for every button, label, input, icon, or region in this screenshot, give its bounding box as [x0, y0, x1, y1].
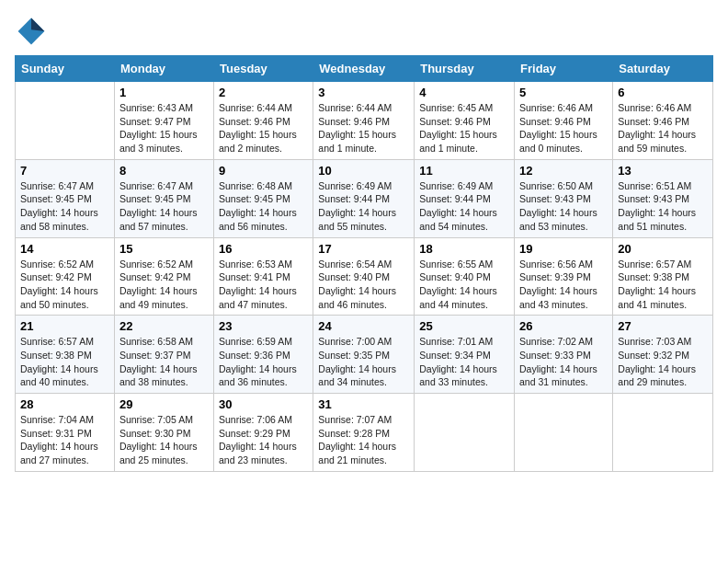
header-monday: Monday [114, 56, 213, 82]
day-number: 31 [318, 397, 409, 411]
day-number: 27 [618, 319, 708, 333]
cell-content: Sunrise: 7:04 AMSunset: 9:31 PMDaylight:… [20, 413, 109, 467]
header-wednesday: Wednesday [313, 56, 415, 82]
cell-content: Sunrise: 7:00 AMSunset: 9:35 PMDaylight:… [318, 335, 409, 389]
day-number: 30 [219, 397, 308, 411]
day-number: 28 [20, 397, 109, 411]
calendar-cell [415, 394, 515, 472]
calendar-cell: 26Sunrise: 7:02 AMSunset: 9:33 PMDayligh… [515, 316, 613, 394]
day-number: 18 [419, 242, 509, 256]
cell-content: Sunrise: 6:58 AMSunset: 9:37 PMDaylight:… [119, 335, 209, 389]
calendar-cell: 10Sunrise: 6:49 AMSunset: 9:44 PMDayligh… [313, 159, 415, 237]
calendar-week-2: 7Sunrise: 6:47 AMSunset: 9:45 PMDaylight… [16, 159, 713, 237]
calendar-cell: 15Sunrise: 6:52 AMSunset: 9:42 PMDayligh… [114, 237, 213, 316]
cell-content: Sunrise: 7:05 AMSunset: 9:30 PMDaylight:… [119, 413, 209, 467]
header-saturday: Saturday [613, 56, 713, 82]
cell-content: Sunrise: 6:54 AMSunset: 9:40 PMDaylight:… [318, 258, 409, 312]
calendar-week-3: 14Sunrise: 6:52 AMSunset: 9:42 PMDayligh… [16, 237, 713, 316]
calendar-cell: 3Sunrise: 6:44 AMSunset: 9:46 PMDaylight… [313, 82, 415, 160]
cell-content: Sunrise: 6:43 AMSunset: 9:47 PMDaylight:… [119, 101, 209, 155]
day-number: 14 [20, 242, 109, 256]
header-thursday: Thursday [415, 56, 515, 82]
calendar-cell: 31Sunrise: 7:07 AMSunset: 9:28 PMDayligh… [313, 394, 415, 472]
cell-content: Sunrise: 6:59 AMSunset: 9:36 PMDaylight:… [219, 335, 308, 389]
day-number: 23 [219, 319, 308, 333]
calendar-cell: 8Sunrise: 6:47 AMSunset: 9:45 PMDaylight… [114, 159, 213, 237]
day-number: 3 [318, 86, 409, 99]
cell-content: Sunrise: 6:47 AMSunset: 9:45 PMDaylight:… [20, 179, 109, 234]
calendar-cell: 4Sunrise: 6:45 AMSunset: 9:46 PMDaylight… [415, 82, 515, 160]
calendar-cell: 30Sunrise: 7:06 AMSunset: 9:29 PMDayligh… [214, 394, 313, 472]
header-tuesday: Tuesday [214, 56, 313, 82]
cell-content: Sunrise: 6:52 AMSunset: 9:42 PMDaylight:… [20, 258, 109, 312]
calendar-cell: 20Sunrise: 6:57 AMSunset: 9:38 PMDayligh… [613, 237, 713, 316]
calendar-cell: 22Sunrise: 6:58 AMSunset: 9:37 PMDayligh… [114, 316, 213, 394]
calendar-cell: 24Sunrise: 7:00 AMSunset: 9:35 PMDayligh… [313, 316, 415, 394]
day-number: 21 [20, 319, 109, 333]
cell-content: Sunrise: 6:51 AMSunset: 9:43 PMDaylight:… [618, 179, 708, 234]
calendar-cell: 16Sunrise: 6:53 AMSunset: 9:41 PMDayligh… [214, 237, 313, 316]
header-friday: Friday [515, 56, 613, 82]
calendar-cell: 5Sunrise: 6:46 AMSunset: 9:46 PMDaylight… [515, 82, 613, 160]
calendar-table: SundayMondayTuesdayWednesdayThursdayFrid… [15, 55, 713, 472]
day-number: 22 [119, 319, 209, 333]
day-number: 26 [519, 319, 608, 333]
calendar-cell: 29Sunrise: 7:05 AMSunset: 9:30 PMDayligh… [114, 394, 213, 472]
calendar-cell: 2Sunrise: 6:44 AMSunset: 9:46 PMDaylight… [214, 82, 313, 160]
calendar-cell: 23Sunrise: 6:59 AMSunset: 9:36 PMDayligh… [214, 316, 313, 394]
calendar-cell [16, 82, 115, 160]
day-number: 6 [618, 86, 708, 99]
logo [15, 15, 51, 48]
calendar-cell: 1Sunrise: 6:43 AMSunset: 9:47 PMDaylight… [114, 82, 213, 160]
calendar-cell: 9Sunrise: 6:48 AMSunset: 9:45 PMDaylight… [214, 159, 313, 237]
cell-content: Sunrise: 6:49 AMSunset: 9:44 PMDaylight:… [318, 179, 409, 234]
cell-content: Sunrise: 6:46 AMSunset: 9:46 PMDaylight:… [519, 101, 608, 155]
cell-content: Sunrise: 7:02 AMSunset: 9:33 PMDaylight:… [519, 335, 608, 389]
cell-content: Sunrise: 6:45 AMSunset: 9:46 PMDaylight:… [419, 101, 509, 155]
day-number: 25 [419, 319, 509, 333]
page-header [15, 15, 713, 48]
cell-content: Sunrise: 6:57 AMSunset: 9:38 PMDaylight:… [20, 335, 109, 389]
calendar-cell: 11Sunrise: 6:49 AMSunset: 9:44 PMDayligh… [415, 159, 515, 237]
day-number: 11 [419, 164, 509, 178]
calendar-week-5: 28Sunrise: 7:04 AMSunset: 9:31 PMDayligh… [16, 394, 713, 472]
calendar-cell: 25Sunrise: 7:01 AMSunset: 9:34 PMDayligh… [415, 316, 515, 394]
day-number: 10 [318, 164, 409, 178]
day-number: 12 [519, 164, 608, 178]
cell-content: Sunrise: 7:07 AMSunset: 9:28 PMDaylight:… [318, 413, 409, 467]
day-number: 1 [119, 86, 209, 99]
calendar-cell [515, 394, 613, 472]
day-number: 13 [618, 164, 708, 178]
cell-content: Sunrise: 6:56 AMSunset: 9:39 PMDaylight:… [519, 258, 608, 312]
cell-content: Sunrise: 6:52 AMSunset: 9:42 PMDaylight:… [119, 258, 209, 312]
cell-content: Sunrise: 6:44 AMSunset: 9:46 PMDaylight:… [318, 101, 409, 155]
cell-content: Sunrise: 7:03 AMSunset: 9:32 PMDaylight:… [618, 335, 708, 389]
calendar-cell: 13Sunrise: 6:51 AMSunset: 9:43 PMDayligh… [613, 159, 713, 237]
calendar-cell [613, 394, 713, 472]
day-number: 9 [219, 164, 308, 178]
header-sunday: Sunday [16, 56, 115, 82]
cell-content: Sunrise: 6:55 AMSunset: 9:40 PMDaylight:… [419, 258, 509, 312]
calendar-cell: 7Sunrise: 6:47 AMSunset: 9:45 PMDaylight… [16, 159, 115, 237]
day-number: 16 [219, 242, 308, 256]
calendar-cell: 12Sunrise: 6:50 AMSunset: 9:43 PMDayligh… [515, 159, 613, 237]
cell-content: Sunrise: 6:53 AMSunset: 9:41 PMDaylight:… [219, 258, 308, 312]
day-number: 8 [119, 164, 209, 178]
calendar-cell: 28Sunrise: 7:04 AMSunset: 9:31 PMDayligh… [16, 394, 115, 472]
calendar-cell: 21Sunrise: 6:57 AMSunset: 9:38 PMDayligh… [16, 316, 115, 394]
cell-content: Sunrise: 6:57 AMSunset: 9:38 PMDaylight:… [618, 258, 708, 312]
cell-content: Sunrise: 6:44 AMSunset: 9:46 PMDaylight:… [219, 101, 308, 155]
cell-content: Sunrise: 6:48 AMSunset: 9:45 PMDaylight:… [219, 179, 308, 234]
day-number: 17 [318, 242, 409, 256]
day-number: 24 [318, 319, 409, 333]
day-number: 19 [519, 242, 608, 256]
cell-content: Sunrise: 6:49 AMSunset: 9:44 PMDaylight:… [419, 179, 509, 234]
calendar-cell: 6Sunrise: 6:46 AMSunset: 9:46 PMDaylight… [613, 82, 713, 160]
calendar-cell: 14Sunrise: 6:52 AMSunset: 9:42 PMDayligh… [16, 237, 115, 316]
day-number: 4 [419, 86, 509, 99]
calendar-cell: 17Sunrise: 6:54 AMSunset: 9:40 PMDayligh… [313, 237, 415, 316]
calendar-header-row: SundayMondayTuesdayWednesdayThursdayFrid… [16, 56, 713, 82]
svg-marker-1 [31, 18, 44, 31]
day-number: 7 [20, 164, 109, 178]
day-number: 15 [119, 242, 209, 256]
